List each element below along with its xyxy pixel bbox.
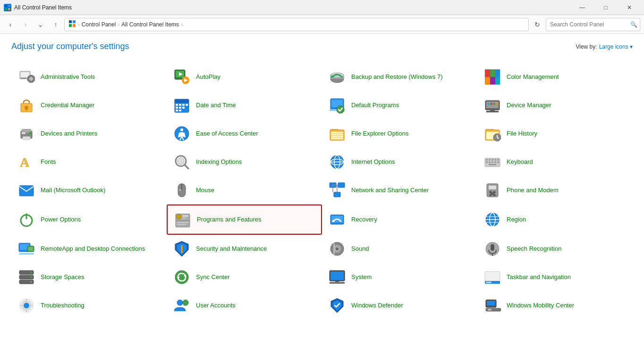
title-bar-controls: — □ ✕	[571, 0, 640, 15]
troubleshooting-label: Troubleshooting	[41, 302, 85, 310]
control-item-devices-printers[interactable]: Devices and Printers	[11, 119, 167, 148]
control-item-mail[interactable]: Mail (Microsoft Outlook)	[11, 176, 167, 204]
svg-rect-0	[5, 5, 7, 7]
control-item-phone-modem[interactable]: Phone and Modem	[477, 176, 633, 204]
credential-manager-label: Credential Manager	[41, 102, 94, 110]
up-button[interactable]: ↑	[49, 18, 62, 31]
control-item-default-programs[interactable]: Default Programs	[322, 91, 477, 119]
control-item-remoteapp[interactable]: RemoteApp and Desktop Connections	[11, 235, 167, 263]
svg-rect-26	[495, 69, 500, 77]
view-by-dropdown[interactable]: Large icons ▾	[599, 43, 633, 50]
control-item-ease-of-access[interactable]: Ease of Access Center	[167, 119, 322, 148]
administrative-tools-icon	[17, 68, 36, 86]
region-icon	[483, 210, 502, 229]
svg-rect-106	[489, 186, 496, 189]
control-item-recovery[interactable]: Recovery	[322, 204, 477, 235]
control-item-color-management[interactable]: Color Management	[477, 63, 633, 91]
control-item-taskbar-navigation[interactable]: Taskbar and Navigation	[477, 263, 633, 291]
color-management-label: Color Management	[507, 73, 559, 81]
user-accounts-icon	[172, 296, 191, 315]
forward-button[interactable]: ›	[19, 18, 32, 31]
title-bar-text: All Control Panel Items	[14, 4, 571, 11]
maximize-button[interactable]: □	[595, 0, 617, 15]
default-programs-label: Default Programs	[351, 102, 399, 110]
device-manager-label: Device Manager	[507, 102, 551, 110]
svg-rect-5	[73, 20, 76, 23]
control-item-autoplay[interactable]: AutoPlay	[167, 63, 322, 91]
control-item-file-history[interactable]: File History	[477, 119, 633, 148]
svg-line-78	[185, 165, 188, 169]
control-item-credential-manager[interactable]: Credential Manager	[11, 91, 167, 119]
back-button[interactable]: ‹	[4, 18, 17, 31]
control-item-troubleshooting[interactable]: Troubleshooting	[11, 291, 167, 320]
control-item-fonts[interactable]: AFonts	[11, 148, 167, 176]
security-maintenance-icon	[172, 239, 191, 258]
svg-point-109	[490, 194, 492, 196]
control-item-keyboard[interactable]: Keyboard	[477, 148, 633, 176]
devices-printers-label: Devices and Printers	[41, 130, 97, 138]
control-item-date-time[interactable]: Date and Time	[167, 91, 322, 119]
windows-mobility-icon	[483, 296, 502, 315]
control-item-device-manager[interactable]: Device Manager	[477, 91, 633, 119]
svg-point-115	[177, 214, 181, 219]
svg-rect-90	[489, 161, 491, 163]
control-item-backup-restore[interactable]: Backup and Restore (Windows 7)	[322, 63, 477, 91]
app-icon	[4, 4, 11, 11]
control-item-user-accounts[interactable]: User Accounts	[167, 291, 322, 320]
breadcrumb-all-items[interactable]: All Control Panel Items	[121, 21, 179, 28]
refresh-button[interactable]: ↻	[531, 18, 544, 31]
indexing-options-icon	[172, 153, 191, 171]
device-manager-icon	[483, 96, 502, 115]
close-button[interactable]: ✕	[619, 0, 640, 15]
control-item-sync-center[interactable]: Sync Center	[167, 263, 322, 291]
control-item-internet-options[interactable]: Internet Options	[322, 148, 477, 176]
minimize-button[interactable]: —	[571, 0, 593, 15]
breadcrumb-control-panel[interactable]: Control Panel	[82, 21, 116, 28]
control-item-programs-features[interactable]: Programs and Features	[167, 204, 322, 235]
breadcrumb-icon	[68, 20, 76, 29]
recovery-icon	[328, 210, 347, 229]
svg-rect-10	[21, 78, 26, 79]
svg-rect-118	[176, 221, 190, 221]
control-item-security-maintenance[interactable]: Security and Maintenance	[167, 235, 322, 263]
control-item-power-options[interactable]: Power Options	[11, 204, 167, 235]
control-item-region[interactable]: Region	[477, 204, 633, 235]
control-item-administrative-tools[interactable]: Administrative Tools	[11, 63, 167, 91]
control-item-storage-spaces[interactable]: Storage Spaces	[11, 263, 167, 291]
page-title: Adjust your computer's settings	[11, 42, 129, 51]
sound-label: Sound	[351, 245, 369, 253]
svg-rect-28	[490, 77, 495, 85]
page-header: Adjust your computer's settings View by:…	[11, 42, 633, 51]
region-label: Region	[507, 216, 526, 224]
control-item-file-explorer-options[interactable]: File Explorer Options	[322, 119, 477, 148]
svg-rect-27	[485, 77, 490, 85]
control-item-system[interactable]: System	[322, 263, 477, 291]
control-item-windows-defender[interactable]: Windows Defender	[322, 291, 477, 320]
control-item-windows-mobility[interactable]: Windows Mobility Center	[477, 291, 633, 320]
down-button[interactable]: ⌄	[34, 18, 47, 31]
svg-point-163	[24, 303, 29, 308]
svg-rect-116	[182, 215, 188, 217]
svg-point-169	[183, 300, 188, 306]
control-item-sound[interactable]: Sound	[322, 235, 477, 263]
svg-rect-59	[22, 132, 25, 134]
search-input[interactable]	[546, 18, 640, 31]
control-item-mouse[interactable]: Mouse	[167, 176, 322, 204]
svg-rect-100	[338, 183, 345, 187]
svg-rect-120	[177, 224, 186, 225]
recovery-label: Recovery	[351, 216, 377, 224]
control-item-speech-recognition[interactable]: Speech Recognition	[477, 235, 633, 263]
administrative-tools-label: Administrative Tools	[41, 73, 95, 81]
security-maintenance-label: Security and Maintenance	[196, 245, 267, 253]
svg-text:A: A	[20, 155, 30, 170]
keyboard-icon	[483, 153, 502, 171]
control-item-indexing-options[interactable]: Indexing Options	[167, 148, 322, 176]
control-item-network-sharing[interactable]: Network and Sharing Center	[322, 176, 477, 204]
remoteapp-label: RemoteApp and Desktop Connections	[41, 245, 145, 253]
indexing-options-label: Indexing Options	[196, 158, 242, 166]
svg-point-111	[491, 193, 494, 195]
svg-rect-85	[489, 159, 491, 161]
svg-rect-25	[490, 69, 495, 77]
user-accounts-label: User Accounts	[196, 302, 236, 310]
svg-point-150	[30, 281, 32, 283]
